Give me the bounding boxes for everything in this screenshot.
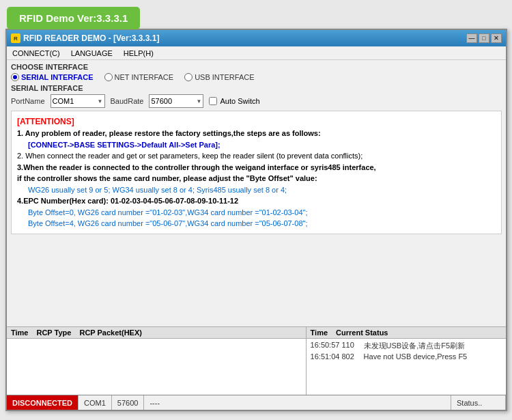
- attention-line4-text: 4.EPC Number(Hex card): 01-02-03-04-05-0…: [17, 197, 238, 205]
- log-entry-1: 16:51:04 802 Have not USB device,Press F…: [311, 352, 502, 361]
- baudrate-value: 57600: [151, 97, 172, 105]
- auto-switch-row: Auto Switch: [209, 97, 259, 105]
- title-bar: R RFID READER DEMO - [Ver:3.3.3.1] — □ ✕: [7, 30, 506, 46]
- status-connection: DISCONNECTED: [7, 395, 79, 410]
- choose-interface-label: CHOOSE INTERFACE: [11, 63, 502, 71]
- baudrate-dropdown[interactable]: 57600 ▼: [149, 94, 203, 108]
- interface-row: SERIAL INTERFACE NET INTERFACE USB INTER…: [11, 73, 502, 81]
- minimize-button[interactable]: —: [466, 33, 477, 43]
- log-col-rcppacket: RCP Packet(HEX): [79, 328, 142, 337]
- attentions-box: [ATTENTIONS] 1. Any problem of reader, p…: [11, 111, 502, 234]
- title-bar-left: R RFID READER DEMO - [Ver:3.3.3.1]: [11, 33, 159, 43]
- attention-line4-sub2-text: Byte Offset=4, WG26 card number ="05-06-…: [28, 219, 307, 227]
- baudrate-arrow: ▼: [197, 98, 202, 104]
- serial-row: PortName COM1 ▼ BaudRate 57600 ▼ Auto Sw…: [11, 94, 502, 108]
- log-left: Time RCP Type RCP Packet(HEX): [7, 327, 307, 395]
- log-left-content: [7, 339, 306, 341]
- attention-line3b-text: if the controller shows the same card nu…: [17, 174, 317, 182]
- log-entry-0-status: 未发现USB设备,请点击F5刷新: [364, 341, 466, 351]
- menu-language[interactable]: LANGUAGE: [68, 49, 115, 57]
- status-separator: ----: [144, 395, 451, 410]
- net-interface-option[interactable]: NET INTERFACE: [104, 73, 174, 81]
- attention-line4-sub2: Byte Offset=4, WG26 card number ="05-06-…: [17, 218, 496, 229]
- menu-help[interactable]: HELP(H): [121, 49, 156, 57]
- net-interface-label: NET INTERFACE: [115, 73, 174, 81]
- portname-value: COM1: [53, 97, 74, 105]
- status-port: COM1: [79, 395, 112, 410]
- serial-section-label: SERIAL INTERFACE: [11, 84, 502, 92]
- serial-interface-label: SERIAL INTERFACE: [21, 73, 94, 81]
- log-right: Time Current Status 16:50:57 110 未发现USB设…: [307, 327, 506, 395]
- attention-line3-sub-text: WG26 usually set 9 or 5; WG34 usually se…: [28, 186, 287, 194]
- attention-line3: 3.When the reader is connected to the co…: [17, 162, 496, 173]
- status-bar: DISCONNECTED COM1 57600 ---- Status..: [7, 395, 506, 410]
- log-entry-1-status: Have not USB device,Press F5: [364, 352, 468, 361]
- usb-radio[interactable]: [184, 73, 193, 81]
- version-badge: RFID Demo Ver:3.3.3.1: [7, 7, 140, 29]
- log-entry-0-time: 16:50:57 110: [311, 341, 358, 351]
- auto-switch-checkbox[interactable]: [209, 97, 217, 105]
- attention-line1: 1. Any problem of reader, please restore…: [17, 128, 496, 139]
- window-icon: R: [11, 33, 20, 43]
- status-text: Status..: [451, 395, 506, 410]
- window-title: RFID READER DEMO - [Ver:3.3.3.1]: [23, 33, 159, 43]
- portname-dropdown[interactable]: COM1 ▼: [51, 94, 105, 108]
- status-baud: 57600: [112, 395, 145, 410]
- log-area: Time RCP Type RCP Packet(HEX) Time Curre…: [7, 326, 506, 395]
- title-bar-buttons: — □ ✕: [466, 33, 502, 43]
- maximize-button[interactable]: □: [479, 33, 489, 43]
- attention-line1-sub-text: [CONNECT->BASE SETTINGS->Default All->Se…: [28, 141, 221, 149]
- attention-line3-text: 3.When the reader is connected to the co…: [17, 163, 376, 171]
- log-right-content: 16:50:57 110 未发现USB设备,请点击F5刷新 16:51:04 8…: [307, 339, 506, 363]
- log-entry-0: 16:50:57 110 未发现USB设备,请点击F5刷新: [311, 340, 502, 352]
- usb-interface-label: USB INTERFACE: [195, 73, 254, 81]
- log-right-col-status: Current Status: [336, 328, 388, 337]
- attention-line2: 2. When connect the reader and get or se…: [17, 150, 496, 162]
- attention-line3b: if the controller shows the same card nu…: [17, 173, 496, 184]
- attention-line3-sub: WG26 usually set 9 or 5; WG34 usually se…: [17, 184, 496, 196]
- content-area: CHOOSE INTERFACE SERIAL INTERFACE NET IN…: [7, 60, 506, 237]
- main-window: R RFID READER DEMO - [Ver:3.3.3.1] — □ ✕…: [5, 29, 507, 411]
- serial-section: SERIAL INTERFACE PortName COM1 ▼ BaudRat…: [11, 84, 502, 108]
- net-radio[interactable]: [104, 73, 113, 81]
- log-right-header: Time Current Status: [307, 327, 506, 339]
- baudrate-label: BaudRate: [111, 97, 144, 105]
- serial-radio[interactable]: [11, 73, 19, 81]
- log-left-header: Time RCP Type RCP Packet(HEX): [7, 327, 306, 339]
- attention-line4-sub1: Byte Offset=0, WG26 card number ="01-02-…: [17, 207, 496, 219]
- attention-line4: 4.EPC Number(Hex card): 01-02-03-04-05-0…: [17, 195, 496, 207]
- menu-connect[interactable]: CONNECT(C): [10, 49, 63, 57]
- usb-interface-option[interactable]: USB INTERFACE: [184, 73, 254, 81]
- attention-line4-sub1-text: Byte Offset=0, WG26 card number ="01-02-…: [28, 208, 307, 216]
- portname-label: PortName: [11, 97, 45, 105]
- attention-line1-sub: [CONNECT->BASE SETTINGS->Default All->Se…: [17, 139, 496, 151]
- serial-interface-option[interactable]: SERIAL INTERFACE: [11, 73, 94, 81]
- auto-switch-label: Auto Switch: [220, 97, 259, 105]
- log-entry-1-time: 16:51:04 802: [311, 352, 358, 361]
- close-button[interactable]: ✕: [491, 33, 502, 43]
- portname-arrow: ▼: [98, 98, 103, 104]
- log-col-rcptype: RCP Type: [36, 328, 71, 337]
- log-right-col-time: Time: [311, 328, 328, 337]
- attention-line2-text: 2. When connect the reader and get or se…: [17, 152, 362, 160]
- attention-line1-text: 1. Any problem of reader, please restore…: [17, 129, 321, 137]
- attention-header: [ATTENTIONS]: [17, 115, 496, 128]
- menu-bar: CONNECT(C) LANGUAGE HELP(H): [7, 46, 506, 60]
- log-col-time: Time: [11, 328, 28, 337]
